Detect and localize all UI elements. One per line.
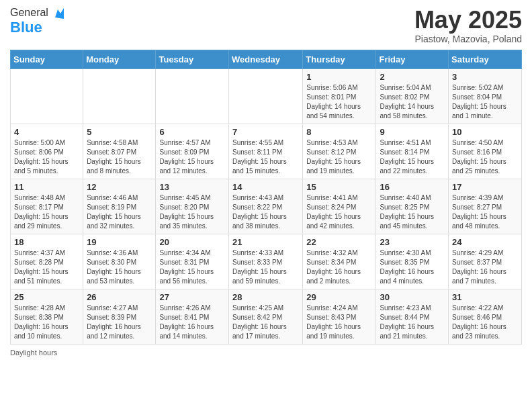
day-number: 24 [452, 237, 518, 247]
day-number: 15 [306, 182, 372, 192]
calendar-cell: 5Sunrise: 4:58 AM Sunset: 8:07 PM Daylig… [83, 124, 156, 179]
day-info: Sunrise: 4:55 AM Sunset: 8:11 PM Dayligh… [232, 138, 299, 176]
day-number: 10 [452, 127, 518, 137]
day-number: 16 [380, 182, 445, 192]
day-number: 17 [452, 182, 518, 192]
calendar-header-sunday: Sunday [11, 50, 83, 68]
day-number: 12 [87, 182, 152, 192]
calendar-cell [11, 68, 83, 124]
day-info: Sunrise: 5:04 AM Sunset: 8:02 PM Dayligh… [380, 83, 445, 121]
calendar-cell: 30Sunrise: 4:23 AM Sunset: 8:44 PM Dayli… [376, 289, 449, 344]
calendar-cell: 20Sunrise: 4:34 AM Sunset: 8:31 PM Dayli… [156, 234, 229, 289]
calendar-cell: 14Sunrise: 4:43 AM Sunset: 8:22 PM Dayli… [229, 179, 303, 234]
day-info: Sunrise: 4:57 AM Sunset: 8:09 PM Dayligh… [159, 138, 225, 176]
calendar-cell: 13Sunrise: 4:45 AM Sunset: 8:20 PM Dayli… [156, 179, 229, 234]
calendar-cell [83, 68, 156, 124]
calendar-header-monday: Monday [83, 50, 156, 68]
calendar-cell: 18Sunrise: 4:37 AM Sunset: 8:28 PM Dayli… [11, 234, 83, 289]
calendar-cell: 6Sunrise: 4:57 AM Sunset: 8:09 PM Daylig… [156, 124, 229, 179]
day-info: Sunrise: 4:58 AM Sunset: 8:07 PM Dayligh… [87, 138, 152, 176]
calendar-week-4: 18Sunrise: 4:37 AM Sunset: 8:28 PM Dayli… [11, 234, 522, 289]
calendar-cell: 27Sunrise: 4:26 AM Sunset: 8:41 PM Dayli… [156, 289, 229, 344]
logo-blue-text: Blue [10, 19, 42, 36]
day-info: Sunrise: 4:26 AM Sunset: 8:41 PM Dayligh… [159, 304, 225, 341]
logo-bird-icon [52, 8, 64, 19]
calendar-header-tuesday: Tuesday [156, 50, 229, 68]
day-number: 23 [380, 237, 445, 247]
day-info: Sunrise: 4:29 AM Sunset: 8:37 PM Dayligh… [452, 248, 518, 286]
day-number: 9 [380, 127, 445, 137]
calendar-table: SundayMondayTuesdayWednesdayThursdayFrid… [10, 50, 522, 345]
daylight-hours-label: Daylight hours [10, 349, 57, 357]
calendar-cell: 26Sunrise: 4:27 AM Sunset: 8:39 PM Dayli… [83, 289, 156, 344]
calendar-header-row: SundayMondayTuesdayWednesdayThursdayFrid… [11, 50, 522, 68]
day-number: 3 [452, 72, 518, 82]
calendar-cell: 24Sunrise: 4:29 AM Sunset: 8:37 PM Dayli… [449, 234, 522, 289]
calendar-week-5: 25Sunrise: 4:28 AM Sunset: 8:38 PM Dayli… [11, 289, 522, 344]
day-info: Sunrise: 4:53 AM Sunset: 8:12 PM Dayligh… [306, 138, 372, 176]
day-number: 13 [159, 182, 225, 192]
day-info: Sunrise: 4:22 AM Sunset: 8:46 PM Dayligh… [452, 304, 518, 341]
day-info: Sunrise: 4:51 AM Sunset: 8:14 PM Dayligh… [380, 138, 445, 176]
day-info: Sunrise: 5:02 AM Sunset: 8:04 PM Dayligh… [452, 83, 518, 121]
calendar-header-friday: Friday [376, 50, 449, 68]
calendar-cell: 9Sunrise: 4:51 AM Sunset: 8:14 PM Daylig… [376, 124, 449, 179]
calendar-cell: 31Sunrise: 4:22 AM Sunset: 8:46 PM Dayli… [449, 289, 522, 344]
calendar-cell: 25Sunrise: 4:28 AM Sunset: 8:38 PM Dayli… [11, 289, 83, 344]
footer-note: Daylight hours [10, 349, 522, 357]
logo: General Blue [10, 7, 64, 36]
day-info: Sunrise: 4:28 AM Sunset: 8:38 PM Dayligh… [14, 304, 79, 341]
day-number: 14 [232, 182, 299, 192]
day-info: Sunrise: 4:24 AM Sunset: 8:43 PM Dayligh… [306, 304, 372, 341]
calendar-cell: 21Sunrise: 4:33 AM Sunset: 8:33 PM Dayli… [229, 234, 303, 289]
day-number: 4 [14, 127, 79, 137]
calendar-cell: 1Sunrise: 5:06 AM Sunset: 8:01 PM Daylig… [303, 68, 376, 124]
day-info: Sunrise: 4:45 AM Sunset: 8:20 PM Dayligh… [159, 193, 225, 231]
calendar-cell: 15Sunrise: 4:41 AM Sunset: 8:24 PM Dayli… [303, 179, 376, 234]
day-info: Sunrise: 4:39 AM Sunset: 8:27 PM Dayligh… [452, 193, 518, 231]
title-section: May 2025 Piastow, Mazovia, Poland [414, 7, 522, 44]
calendar-week-3: 11Sunrise: 4:48 AM Sunset: 8:17 PM Dayli… [11, 179, 522, 234]
day-number: 31 [452, 292, 518, 302]
day-number: 22 [306, 237, 372, 247]
day-info: Sunrise: 4:34 AM Sunset: 8:31 PM Dayligh… [159, 248, 225, 286]
day-number: 29 [306, 292, 372, 302]
month-title: May 2025 [414, 7, 522, 34]
day-number: 11 [14, 182, 79, 192]
day-number: 30 [380, 292, 445, 302]
calendar-cell [229, 68, 303, 124]
calendar-cell: 29Sunrise: 4:24 AM Sunset: 8:43 PM Dayli… [303, 289, 376, 344]
day-info: Sunrise: 4:30 AM Sunset: 8:35 PM Dayligh… [380, 248, 445, 286]
logo-general-text: General [10, 7, 48, 18]
day-info: Sunrise: 4:25 AM Sunset: 8:42 PM Dayligh… [232, 304, 299, 341]
day-info: Sunrise: 4:43 AM Sunset: 8:22 PM Dayligh… [232, 193, 299, 231]
day-number: 1 [306, 72, 372, 82]
location-title: Piastow, Mazovia, Poland [414, 34, 522, 44]
day-info: Sunrise: 4:37 AM Sunset: 8:28 PM Dayligh… [14, 248, 79, 286]
day-info: Sunrise: 4:27 AM Sunset: 8:39 PM Dayligh… [87, 304, 152, 341]
day-number: 27 [159, 292, 225, 302]
day-number: 18 [14, 237, 79, 247]
day-number: 19 [87, 237, 152, 247]
calendar-week-1: 1Sunrise: 5:06 AM Sunset: 8:01 PM Daylig… [11, 68, 522, 124]
day-info: Sunrise: 4:41 AM Sunset: 8:24 PM Dayligh… [306, 193, 372, 231]
day-info: Sunrise: 4:23 AM Sunset: 8:44 PM Dayligh… [380, 304, 445, 341]
calendar-cell: 2Sunrise: 5:04 AM Sunset: 8:02 PM Daylig… [376, 68, 449, 124]
calendar-cell: 4Sunrise: 5:00 AM Sunset: 8:06 PM Daylig… [11, 124, 83, 179]
day-info: Sunrise: 4:40 AM Sunset: 8:25 PM Dayligh… [380, 193, 445, 231]
calendar-cell: 10Sunrise: 4:50 AM Sunset: 8:16 PM Dayli… [449, 124, 522, 179]
day-number: 7 [232, 127, 299, 137]
day-info: Sunrise: 5:00 AM Sunset: 8:06 PM Dayligh… [14, 138, 79, 176]
calendar-cell: 28Sunrise: 4:25 AM Sunset: 8:42 PM Dayli… [229, 289, 303, 344]
calendar-header-thursday: Thursday [303, 50, 376, 68]
calendar-week-2: 4Sunrise: 5:00 AM Sunset: 8:06 PM Daylig… [11, 124, 522, 179]
calendar-cell [156, 68, 229, 124]
day-number: 28 [232, 292, 299, 302]
calendar-header-saturday: Saturday [449, 50, 522, 68]
calendar-cell: 16Sunrise: 4:40 AM Sunset: 8:25 PM Dayli… [376, 179, 449, 234]
day-info: Sunrise: 4:46 AM Sunset: 8:19 PM Dayligh… [87, 193, 152, 231]
calendar-cell: 23Sunrise: 4:30 AM Sunset: 8:35 PM Dayli… [376, 234, 449, 289]
day-info: Sunrise: 4:48 AM Sunset: 8:17 PM Dayligh… [14, 193, 79, 231]
calendar-header-wednesday: Wednesday [229, 50, 303, 68]
day-info: Sunrise: 4:36 AM Sunset: 8:30 PM Dayligh… [87, 248, 152, 286]
